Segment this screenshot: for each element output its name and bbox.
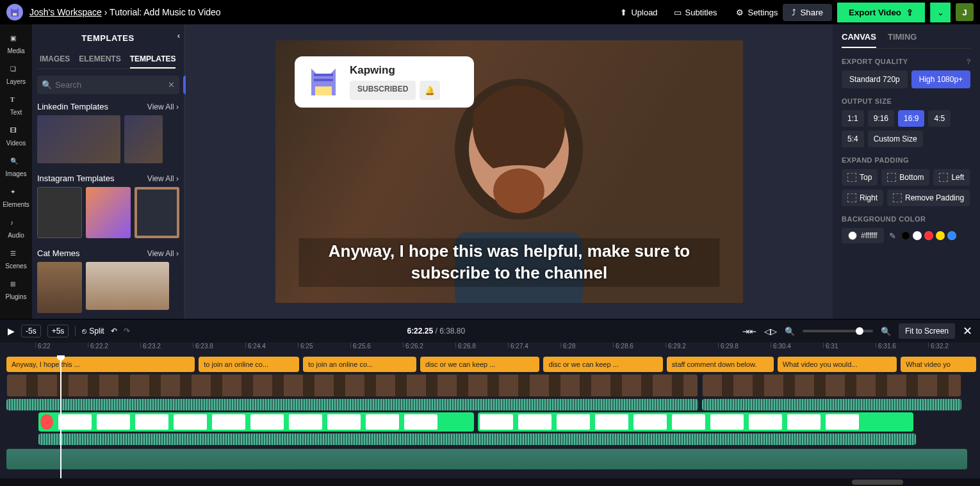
bg-color-value[interactable]: #ffffff (842, 228, 884, 243)
overlay-item[interactable] (366, 414, 399, 430)
swatch-yellow[interactable] (936, 231, 945, 240)
scrollbar-thumb[interactable] (852, 480, 903, 485)
overlay-item[interactable] (289, 414, 322, 430)
caption-clip[interactable]: disc or we can keep ... (420, 357, 539, 372)
undo-button[interactable]: ↶ (111, 327, 117, 336)
template-thumb[interactable] (86, 187, 131, 238)
size-4-5[interactable]: 4:5 (928, 110, 951, 127)
overlay-item[interactable] (826, 414, 859, 430)
video-clip[interactable] (702, 374, 961, 397)
nav-videos[interactable]: 🎞Videos (0, 122, 32, 151)
user-avatar[interactable]: J (956, 3, 974, 21)
fit-screen-button[interactable]: Fit to Screen (899, 323, 955, 339)
video-preview[interactable]: Kapwing SUBSCRIBED 🔔 Anyway, I hope this… (275, 40, 743, 303)
template-thumb[interactable] (37, 187, 82, 238)
viewall-linkedin[interactable]: View All › (147, 102, 179, 111)
tab-elements[interactable]: ELEMENTS (79, 51, 120, 69)
clear-search-icon[interactable]: ✕ (168, 80, 175, 90)
settings-button[interactable]: ⚙Settings (736, 8, 778, 17)
overlay-track[interactable] (0, 412, 980, 432)
caption-clip[interactable]: Anyway, I hope this ... (6, 357, 195, 372)
overlay-item[interactable] (135, 414, 168, 430)
video-track[interactable] (0, 374, 980, 397)
overlay-item[interactable] (404, 414, 437, 430)
horizontal-scrollbar[interactable] (0, 478, 980, 486)
pad-left[interactable]: Left (933, 169, 970, 186)
swatch-red[interactable] (924, 231, 933, 240)
size-1-1[interactable]: 1:1 (842, 110, 864, 127)
template-thumb[interactable] (124, 115, 163, 163)
nav-media[interactable]: ▣Media (0, 29, 32, 59)
tab-timing[interactable]: TIMING (888, 32, 917, 48)
pad-right[interactable]: Right (842, 190, 883, 206)
app-logo[interactable] (6, 4, 23, 20)
nav-text[interactable]: TText (0, 91, 32, 120)
workspace-link[interactable]: Josh's Workspace (29, 7, 102, 17)
nav-audio[interactable]: ♪Audio (0, 214, 32, 243)
template-thumb[interactable] (86, 262, 169, 310)
overlay-clip[interactable] (38, 412, 474, 432)
viewall-instagram[interactable]: View All › (147, 174, 179, 183)
canvas-area[interactable]: Kapwing SUBSCRIBED 🔔 Anyway, I hope this… (186, 24, 833, 319)
template-thumb[interactable] (37, 262, 82, 313)
swatch-black[interactable] (901, 231, 910, 240)
pad-remove[interactable]: Remove Padding (887, 190, 970, 206)
audio-wave[interactable] (702, 399, 961, 410)
template-thumb[interactable] (37, 115, 120, 163)
swatch-white[interactable] (913, 231, 922, 240)
size-16-9[interactable]: 16:9 (898, 110, 924, 127)
music-track[interactable] (0, 449, 980, 469)
overlay-item[interactable] (749, 414, 782, 430)
caption-clip[interactable]: staff comment down below. (667, 357, 774, 372)
overlay-item[interactable] (174, 414, 207, 430)
overlay-item[interactable] (480, 414, 513, 430)
zoom-slider[interactable] (803, 330, 873, 332)
overlay-item[interactable] (787, 414, 821, 430)
breadcrumb[interactable]: Josh's Workspace › Tutorial: Add Music t… (29, 7, 221, 17)
share-button[interactable]: ⤴Share (783, 4, 832, 21)
export-dropdown[interactable]: ⌄ (930, 3, 951, 22)
play-button[interactable]: ▶ (8, 326, 15, 336)
nav-images[interactable]: 🔍Images (0, 152, 32, 182)
size-5-4[interactable]: 5:4 (842, 131, 864, 147)
split-button[interactable]: ⎋Split (82, 327, 104, 336)
size-custom[interactable]: Custom Size (868, 131, 923, 147)
waveform-track[interactable] (0, 399, 980, 410)
back-5s-button[interactable]: -5s (21, 325, 41, 337)
caption-clip[interactable]: What video yo (901, 357, 976, 372)
nav-layers[interactable]: ❏Layers (0, 60, 32, 90)
upload-button[interactable]: ⬆Upload (620, 8, 657, 17)
overlay-item[interactable] (250, 414, 284, 430)
snap-icon[interactable]: ⇥⇤ (742, 327, 756, 336)
swatch-blue[interactable] (947, 231, 956, 240)
overlay-item[interactable] (557, 414, 590, 430)
export-button[interactable]: Export Video⇪ (837, 3, 925, 22)
help-icon[interactable]: ? (967, 58, 971, 65)
overlay-item[interactable] (633, 414, 667, 430)
collapse-panel-button[interactable]: ‹ (177, 31, 180, 40)
forward-5s-button[interactable]: +5s (47, 325, 69, 337)
overlay-item[interactable] (595, 414, 628, 430)
nav-scenes[interactable]: ☰Scenes (0, 245, 32, 274)
tab-canvas[interactable]: CANVAS (842, 32, 876, 48)
viewall-catmemes[interactable]: View All › (147, 249, 179, 258)
quality-high[interactable]: High 1080p+ (911, 70, 970, 88)
audio-wave[interactable] (6, 399, 698, 410)
playhead[interactable] (60, 355, 61, 478)
caption-track[interactable]: Anyway, I hope this ...to join an online… (0, 357, 980, 372)
overlay-item[interactable] (672, 414, 705, 430)
overlay-item[interactable] (212, 414, 245, 430)
search-input[interactable] (37, 76, 179, 94)
caption-clip[interactable]: to join an online co... (303, 357, 416, 372)
trim-icon[interactable]: ◁▷ (764, 327, 777, 336)
overlay-clip[interactable] (478, 412, 913, 432)
overlay-item[interactable] (327, 414, 361, 430)
audio-wave[interactable] (38, 433, 916, 445)
subtitles-button[interactable]: ▭Subtitles (674, 8, 717, 17)
video-clip[interactable] (6, 374, 698, 397)
eyedropper-icon[interactable]: ✎ (889, 231, 896, 241)
redo-button[interactable]: ↷ (124, 327, 130, 336)
zoom-out-icon[interactable]: 🔍 (785, 327, 795, 336)
overlay-item[interactable] (710, 414, 744, 430)
music-clip[interactable] (6, 449, 967, 469)
